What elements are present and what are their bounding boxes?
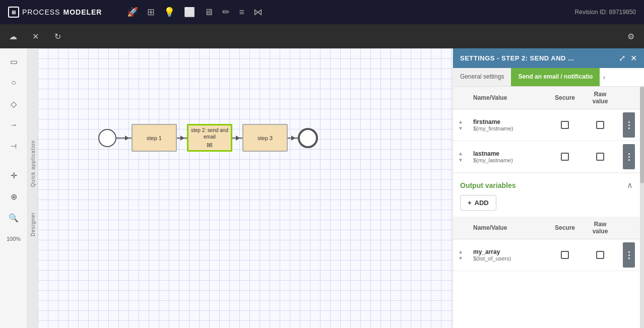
out-col-actions-header: [618, 217, 640, 239]
row-actions-button[interactable]: [623, 144, 635, 169]
step1-box[interactable]: step 1: [132, 124, 177, 152]
output-variables-table: Name/Value Secure Raw value ▲: [453, 217, 640, 271]
tab-send-email[interactable]: Send an email / notificatio: [511, 68, 600, 86]
tab-scroll-arrow[interactable]: ›: [600, 68, 608, 86]
flow-arrow-1: [116, 138, 132, 139]
start-event[interactable]: [98, 129, 116, 147]
row-actions-cell: [618, 109, 640, 141]
diamond-tool[interactable]: ◇: [5, 95, 23, 113]
left-sidebar: ▭ ○ ◇ → ⊣ ✛ ⊕ 🔍 100%: [0, 48, 28, 328]
secure-checkbox[interactable]: [561, 121, 569, 129]
step1-label: step 1: [147, 135, 162, 141]
raw-checkbox[interactable]: [596, 153, 604, 161]
end-event[interactable]: [298, 128, 318, 148]
reorder-handle[interactable]: ▲ ▼: [458, 119, 463, 131]
grid-icon[interactable]: ⊞: [147, 7, 155, 18]
row-actions-button[interactable]: [623, 242, 635, 268]
col-name-value-header: Name/Value: [468, 87, 547, 109]
col-raw-value-header: Raw value: [583, 87, 618, 109]
dot-1: [628, 251, 630, 253]
step3-box[interactable]: step 3: [242, 124, 288, 152]
bracket-tool[interactable]: ⊣: [5, 137, 23, 155]
quick-application-label: Quick application: [30, 140, 36, 187]
panel-close-button[interactable]: ✕: [630, 53, 637, 63]
pen-icon[interactable]: ✏: [222, 7, 230, 18]
reorder-handle[interactable]: ▲ ▼: [458, 151, 463, 163]
table-row: ▲ ▼ my_array $(list_of_users): [453, 239, 640, 271]
raw-checkbox-wrapper: [588, 121, 613, 129]
input-variables-table: Name/Value Secure Raw value ▲: [453, 87, 640, 173]
out-col-name-value-header: Name/Value: [468, 217, 547, 239]
designer-label: Designer: [30, 212, 36, 236]
text-icon[interactable]: ≡: [239, 7, 244, 18]
output-variables-title: Output variables: [460, 181, 516, 189]
col-actions-header: [618, 87, 640, 109]
raw-checkbox[interactable]: [596, 121, 604, 129]
step2-label: step 2: send and email: [188, 127, 231, 140]
refresh-button[interactable]: ↻: [49, 28, 66, 44]
tab-general-settings[interactable]: General settings: [453, 68, 511, 86]
diagram-icon[interactable]: ⋈: [253, 7, 263, 18]
dot-1: [628, 121, 630, 123]
scrollbar[interactable]: [640, 87, 644, 328]
rect-tool[interactable]: ▭: [5, 52, 23, 71]
email-icon: ✉: [207, 141, 213, 149]
table-row: ▲ ▼ lastname $(my_lastname): [453, 141, 640, 173]
raw-checkbox-wrapper: [588, 153, 613, 161]
panel-tabs: General settings Send an email / notific…: [453, 68, 644, 87]
export-icon[interactable]: ⬜: [184, 7, 195, 18]
row-name-value-cell: my_array $(list_of_users): [468, 239, 547, 271]
row-name-value-cell: lastname $(my_lastname): [468, 141, 547, 173]
flow-arrow-4: [288, 138, 298, 139]
reorder-handle[interactable]: ▲ ▼: [458, 249, 463, 261]
zoom-level[interactable]: 100%: [5, 230, 23, 248]
circle-tool[interactable]: ○: [5, 74, 23, 92]
row-raw-cell: [583, 239, 618, 271]
zoom-add-tool[interactable]: ⊕: [5, 187, 23, 206]
zoom-search-tool[interactable]: 🔍: [5, 209, 23, 227]
secure-checkbox-wrapper: [552, 121, 577, 129]
dot-1: [628, 153, 630, 155]
col-secure-header: Secure: [547, 87, 583, 109]
designer-area: Quick application Designer step 1 step: [28, 48, 453, 328]
close-button[interactable]: ✕: [27, 28, 43, 44]
dot-3: [628, 257, 630, 259]
canvas[interactable]: step 1 step 2: send and email ✉ step 3: [38, 48, 453, 328]
add-icon: +: [468, 199, 472, 207]
secure-checkbox-wrapper: [552, 251, 577, 259]
panel-expand-button[interactable]: ⤢: [619, 53, 625, 63]
secure-checkbox[interactable]: [561, 153, 569, 161]
flow-arrow-2: [177, 138, 187, 139]
scroll-thumb[interactable]: [640, 87, 644, 183]
row-reorder-cell: ▲ ▼: [453, 141, 468, 173]
add-output-variable-button[interactable]: + ADD: [460, 195, 496, 211]
add-label: ADD: [475, 199, 489, 207]
logo-process: PROCESS: [22, 8, 60, 16]
col-reorder-header: [453, 87, 468, 109]
panel-title: SETTINGS - STEP 2: SEND AND ...: [460, 54, 574, 62]
step2-box[interactable]: step 2: send and email ✉: [187, 124, 232, 152]
row-actions-cell: [618, 141, 640, 173]
row-name-value-cell: firstname $(my_firstname): [468, 109, 547, 141]
flow-container: step 1 step 2: send and email ✉ step 3: [98, 124, 318, 152]
cloud-button[interactable]: ☁: [5, 28, 21, 44]
row-raw-cell: [583, 141, 618, 173]
var-value: $(list_of_users): [473, 255, 542, 261]
arrow-tool[interactable]: →: [5, 116, 23, 134]
var-value: $(my_firstname): [473, 125, 542, 132]
dot-3: [628, 159, 630, 161]
panel-content: Name/Value Secure Raw value ▲: [453, 87, 640, 328]
rocket-icon[interactable]: 🚀: [127, 7, 138, 18]
table-row: ▲ ▼ firstname $(my_firstname): [453, 109, 640, 141]
collapse-button[interactable]: ∧: [627, 180, 633, 190]
move-tool[interactable]: ✛: [5, 166, 23, 184]
raw-checkbox[interactable]: [596, 251, 604, 259]
monitor-icon[interactable]: 🖥: [204, 7, 213, 18]
bulb-icon[interactable]: 💡: [164, 7, 175, 18]
row-actions-button[interactable]: [623, 112, 635, 138]
dot-3: [628, 127, 630, 129]
secure-checkbox[interactable]: [561, 251, 569, 259]
settings-button[interactable]: ⚙: [623, 28, 639, 44]
panel-header-actions: ⤢ ✕: [619, 53, 637, 63]
row-reorder-cell: ▲ ▼: [453, 109, 468, 141]
